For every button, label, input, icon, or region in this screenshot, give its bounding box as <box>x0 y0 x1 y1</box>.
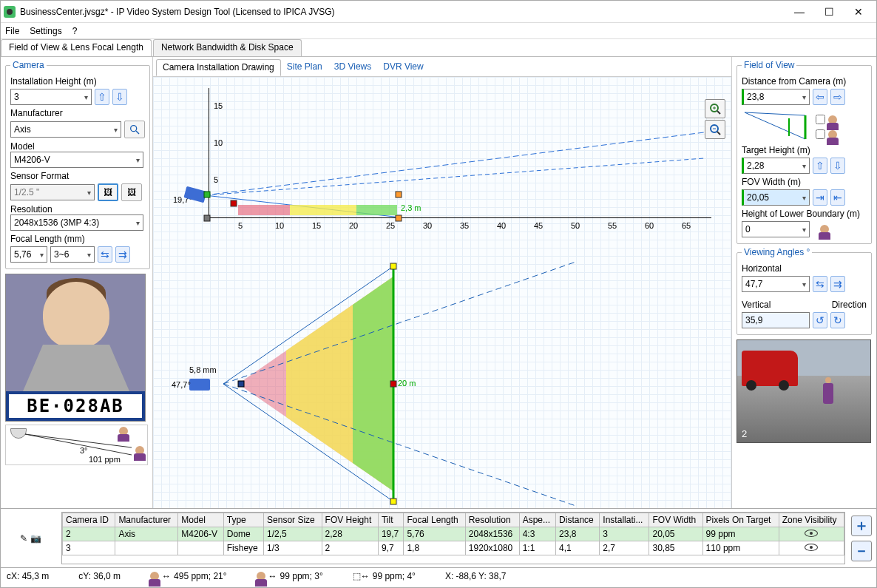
rotate-cw-button[interactable]: ↻ <box>830 312 845 328</box>
target-down-button[interactable]: ⇩ <box>830 158 845 174</box>
distance-left-button[interactable]: ⇦ <box>813 89 827 105</box>
van-icon <box>742 351 798 386</box>
xtick: 5 <box>238 221 243 230</box>
resolution-value: 2048x1536 (3MP 4:3) <box>14 217 99 228</box>
menu-file[interactable]: File <box>5 26 19 36</box>
workspace: Camera Installation Height (m) 3▾ ⇧ ⇩ Ma… <box>1 57 876 508</box>
scene-3d-preview[interactable]: 2 <box>737 339 871 443</box>
scene-label: 2 <box>742 428 747 439</box>
lower-boundary-combo[interactable]: 0▾ <box>742 221 810 237</box>
table-header[interactable]: Tilt <box>378 513 403 527</box>
minimize-button[interactable]: — <box>785 1 814 22</box>
xtick: 10 <box>275 221 284 230</box>
rotate-ccw-button[interactable]: ↺ <box>813 312 827 328</box>
status-coords: X: -88,6 Y: 38,7 <box>445 571 507 581</box>
focal-right-button[interactable]: ⇉ <box>115 246 130 263</box>
right-panel: Field of View Distance from Camera (m) 2… <box>731 57 876 508</box>
tab-dvr[interactable]: DVR View <box>377 59 429 76</box>
lower-boundary-label: Height of Lower Boundary (m) <box>742 209 867 219</box>
svg-rect-17 <box>204 192 210 197</box>
sensor-preset2-button[interactable]: 🖼 <box>121 183 142 201</box>
table-header[interactable]: Manufacturer <box>115 513 178 527</box>
person-icon <box>820 225 829 234</box>
pencil-icon[interactable]: ✎ <box>20 533 27 544</box>
table-header[interactable]: Distance <box>556 513 600 527</box>
angle-value: 3° <box>80 446 88 455</box>
bottom-area: ✎ 📷 Camera IDManufacturerModelTypeSensor… <box>1 508 876 567</box>
height-up-button[interactable]: ⇧ <box>95 89 109 105</box>
svg-line-5 <box>717 111 720 114</box>
table-header[interactable]: Pixels On Target <box>702 513 779 527</box>
table-header[interactable]: Aspe... <box>519 513 555 527</box>
camera-small-icon[interactable]: 📷 <box>30 533 41 544</box>
tab-siteplan[interactable]: Site Plan <box>281 59 328 76</box>
table-row[interactable]: 2AxisM4206-VDome1/2,52,2819,75,762048x15… <box>63 527 844 541</box>
resolution-combo[interactable]: 2048x1536 (3MP 4:3)▾ <box>10 214 143 231</box>
svg-rect-28 <box>390 381 396 387</box>
camera-top-icon[interactable] <box>189 379 210 391</box>
drawing-canvas[interactable]: 15 10 5 19,7° 2,3 m <box>153 77 731 508</box>
table-header[interactable]: FOV Height <box>322 513 378 527</box>
h-in-button[interactable]: ⇆ <box>813 276 827 292</box>
distance-combo[interactable]: 23,8▾ <box>742 89 810 105</box>
table-header[interactable]: Zone Visibility <box>779 513 844 527</box>
close-button[interactable]: ✕ <box>844 1 873 22</box>
table-header[interactable]: Resolution <box>465 513 519 527</box>
horizontal-combo[interactable]: 47,7▾ <box>742 276 810 292</box>
tab-network[interactable]: Network Bandwidth & Disk Space <box>153 39 302 56</box>
tab-drawing[interactable]: Camera Installation Drawing <box>156 59 281 76</box>
svg-line-2 <box>25 434 132 455</box>
table-header[interactable]: Model <box>178 513 223 527</box>
status-ppm1: ↔495 ppm; 21° <box>150 571 227 581</box>
distance-right-button[interactable]: ⇨ <box>830 89 845 105</box>
manufacturer-combo[interactable]: Axis▾ <box>10 121 121 138</box>
maximize-button[interactable]: ☐ <box>814 1 844 22</box>
remove-row-button[interactable]: － <box>851 541 872 561</box>
camera-table-wrap[interactable]: Camera IDManufacturerModelTypeSensor Siz… <box>61 512 845 564</box>
model-value: M4206-V <box>14 155 50 165</box>
table-header[interactable]: Camera ID <box>63 513 115 527</box>
eye-icon[interactable] <box>805 544 818 551</box>
target-near-checkbox[interactable] <box>816 115 825 124</box>
table-header[interactable]: Focal Length <box>404 513 465 527</box>
xtick: 45 <box>534 221 543 230</box>
status-cx: cX: 45,3 m <box>7 571 49 581</box>
svg-rect-14 <box>396 192 402 197</box>
table-row[interactable]: 3Fisheye1/329,71,81920x10801:14,12,730,8… <box>63 541 844 555</box>
svg-rect-29 <box>238 381 244 387</box>
focal-label: Focal Length (mm) <box>10 234 145 244</box>
sensor-combo[interactable]: 1/2.5 "▾ <box>10 184 95 200</box>
focal-range-combo[interactable]: 3~6▾ <box>50 246 95 263</box>
table-header[interactable]: Type <box>223 513 263 527</box>
table-header[interactable]: Sensor Size <box>264 513 322 527</box>
model-combo[interactable]: M4206-V▾ <box>10 152 143 168</box>
menu-help[interactable]: ? <box>72 26 78 36</box>
target-up-button[interactable]: ⇧ <box>813 158 827 174</box>
fovw-in-button[interactable]: ⇥ <box>813 189 827 206</box>
top-hfov-label: 47,7° <box>172 380 191 389</box>
fov-mini-diagram <box>742 109 813 142</box>
tab-3dviews[interactable]: 3D Views <box>328 59 377 76</box>
fovw-out-button[interactable]: ⇤ <box>830 189 845 206</box>
target-far-checkbox[interactable] <box>816 129 825 139</box>
table-header[interactable]: Installati... <box>600 513 649 527</box>
add-row-button[interactable]: ＋ <box>851 516 872 536</box>
top-width-label: 20 m <box>398 379 416 388</box>
fov-width-label: FOV Width (m) <box>742 177 867 187</box>
vertical-field: 35,9 <box>742 312 810 328</box>
target-height-combo[interactable]: 2,28▾ <box>742 158 810 174</box>
h-out-button[interactable]: ⇉ <box>830 276 845 292</box>
search-manufacturer-button[interactable] <box>124 121 145 138</box>
eye-icon[interactable] <box>805 530 818 537</box>
svg-line-3 <box>25 434 132 447</box>
focal-combo[interactable]: 5,76▾ <box>10 246 47 263</box>
height-down-button[interactable]: ⇩ <box>112 89 127 105</box>
menu-settings[interactable]: Settings <box>30 26 61 36</box>
table-header[interactable]: FOV Width <box>649 513 702 527</box>
tab-fov[interactable]: Field of View & Lens Focal Length <box>1 39 152 56</box>
focal-left-button[interactable]: ⇆ <box>98 246 112 263</box>
sensor-preset1-button[interactable]: 🖼 <box>98 183 118 201</box>
xtick: 50 <box>571 221 580 230</box>
install-height-combo[interactable]: 3▾ <box>10 89 92 105</box>
fov-width-combo[interactable]: 20,05▾ <box>742 189 810 206</box>
